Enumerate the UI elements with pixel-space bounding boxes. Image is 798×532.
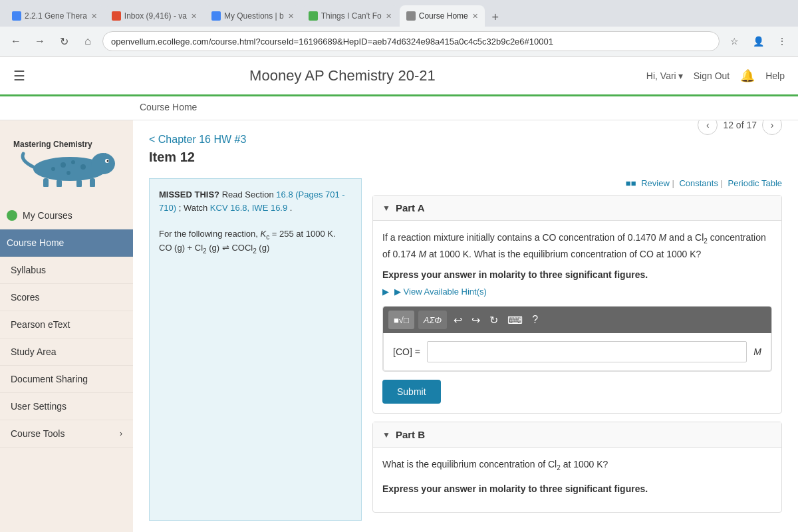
sidebar-label-pearson-etext: Pearson eText: [11, 319, 70, 330]
main-content-area: < Chapter 16 HW #3 Item 12 ‹ 12 of 17 › …: [133, 120, 798, 532]
address-bar[interactable]: [102, 31, 720, 51]
help-math-button[interactable]: ?: [529, 313, 541, 327]
constants-link[interactable]: Constants: [679, 178, 718, 188]
browser-tab-5[interactable]: Course Home ✕: [400, 5, 485, 27]
redo-button[interactable]: ↪: [469, 313, 483, 328]
missed-this-text: Read Section: [222, 190, 277, 200]
browser-toolbar: ← → ↻ ⌂ ☆ 👤 ⋮: [0, 27, 798, 56]
bookmark-icon[interactable]: ☆: [725, 32, 743, 51]
sign-out-link[interactable]: Sign Out: [694, 70, 730, 81]
svg-point-13: [66, 171, 70, 175]
tab-close-3[interactable]: ✕: [288, 12, 294, 21]
refresh-button[interactable]: ↻: [487, 313, 501, 328]
math-template-button[interactable]: ■√□: [388, 311, 414, 329]
split-content: MISSED THIS? Read Section 16.8 (Pages 70…: [133, 172, 798, 527]
sidebar-item-scores[interactable]: Scores: [0, 284, 133, 311]
help-link[interactable]: Help: [765, 70, 785, 81]
user-menu[interactable]: Hi, Vari ▾: [646, 70, 683, 81]
tab-label-3: My Questions | b: [224, 11, 284, 21]
sidebar-item-pearson-etext[interactable]: Pearson eText: [0, 311, 133, 338]
tab-label-5: Course Home: [419, 11, 468, 21]
missed-iwe-link[interactable]: IWE 16.9: [252, 203, 287, 213]
svg-point-3: [107, 160, 109, 162]
prev-item-button[interactable]: ‹: [698, 120, 718, 135]
browser-tab-4[interactable]: Things I Can't Fo ✕: [302, 5, 398, 27]
browser-tab-2[interactable]: Inbox (9,416) - va ✕: [105, 5, 203, 27]
periodic-table-link[interactable]: Periodic Table: [728, 178, 782, 188]
sidebar-label-course-tools: Course Tools: [11, 428, 65, 439]
user-greeting: Hi, Vari: [646, 70, 676, 81]
header-actions: Hi, Vari ▾ Sign Out 🔔 Help: [646, 68, 785, 83]
part-a-body: If a reaction mixture initially contains…: [373, 221, 781, 413]
part-a-expand-icon[interactable]: ▼: [382, 203, 390, 213]
review-link[interactable]: Review: [641, 178, 670, 188]
chapter-link[interactable]: < Chapter 16 HW #3: [149, 134, 246, 146]
answer-input[interactable]: [427, 341, 747, 362]
sidebar-label-course-home: Course Home: [7, 237, 64, 248]
next-item-button[interactable]: ›: [762, 120, 782, 135]
tab-close-5[interactable]: ✕: [472, 12, 478, 21]
problem-area: ■■ Review | Constants | Periodic Table ▼…: [372, 178, 782, 521]
part-b-express-text: Express your answer in molarity to three…: [382, 481, 772, 496]
part-b-expand-icon[interactable]: ▼: [382, 430, 390, 440]
reload-button[interactable]: ↻: [55, 32, 73, 51]
svg-point-9: [61, 162, 66, 168]
browser-menu-icon[interactable]: ⋮: [773, 32, 791, 51]
back-button[interactable]: ←: [7, 32, 25, 51]
co-label: [CO] =: [393, 346, 420, 357]
tab-close-2[interactable]: ✕: [191, 12, 197, 21]
tab-label-2: Inbox (9,416) - va: [124, 11, 187, 21]
sidebar-item-my-courses[interactable]: My Courses: [0, 202, 133, 229]
submit-button[interactable]: Submit: [382, 380, 441, 404]
keyboard-button[interactable]: ⌨: [505, 313, 525, 328]
sidebar-item-course-tools[interactable]: Course Tools ›: [0, 420, 133, 448]
tab-close-4[interactable]: ✕: [386, 12, 392, 21]
tab-close-1[interactable]: ✕: [91, 12, 97, 21]
missed-kcv-link[interactable]: KCV 16.8,: [210, 203, 249, 213]
hint-label: ▶ View Available Hint(s): [394, 287, 487, 297]
browser-tabs: 2.2.1 Gene Thera ✕ Inbox (9,416) - va ✕ …: [0, 0, 798, 27]
missed-this-box: MISSED THIS? Read Section 16.8 (Pages 70…: [149, 178, 362, 521]
math-toolbar: ■√□ ΑΣΦ ↩ ↪ ↻ ⌨ ?: [383, 307, 771, 333]
sidebar-item-document-sharing[interactable]: Document Sharing: [0, 366, 133, 393]
sidebar-item-user-settings[interactable]: User Settings: [0, 393, 133, 420]
browser-tab-1[interactable]: 2.2.1 Gene Thera ✕: [5, 5, 104, 27]
part-b-problem-text: What is the equilibrium concentration of…: [382, 457, 772, 473]
main-layout: Mastering Chemistry: [0, 120, 798, 532]
hamburger-menu-button[interactable]: ☰: [13, 68, 25, 84]
undo-button[interactable]: ↩: [451, 313, 465, 328]
home-button[interactable]: ⌂: [78, 32, 97, 51]
new-tab-button[interactable]: +: [486, 8, 505, 27]
hint-arrow-icon: ▶: [382, 287, 389, 297]
item-number: Item 12: [149, 150, 246, 165]
part-b-section: ▼ Part B What is the equilibrium concent…: [372, 422, 782, 513]
part-b-title: Part B: [396, 429, 425, 440]
svg-rect-6: [57, 180, 62, 187]
sidebar-label-study-area: Study Area: [11, 346, 57, 357]
part-a-section: ▼ Part A If a reaction mixture initially…: [372, 195, 782, 414]
svg-rect-8: [90, 178, 95, 187]
part-a-title: Part A: [396, 202, 425, 213]
sidebar-item-course-home[interactable]: Course Home: [0, 229, 133, 257]
reaction-equation: CO (g) + Cl2 (g) ⇌ COCl2 (g): [159, 243, 269, 253]
view-hints-link[interactable]: ▶ ▶ View Available Hint(s): [382, 287, 772, 297]
part-a-express-text: Express your answer in molarity to three…: [382, 269, 772, 280]
sep-2: |: [721, 178, 726, 188]
missed-this-title: MISSED THIS?: [159, 190, 219, 200]
review-bar: ■■ Review | Constants | Periodic Table: [372, 178, 782, 188]
notification-bell-icon[interactable]: 🔔: [740, 68, 755, 83]
math-symbol-button[interactable]: ΑΣΦ: [418, 311, 447, 329]
app-header: ☰ Mooney AP Chemistry 20-21 Hi, Vari ▾ S…: [0, 57, 798, 96]
svg-point-10: [71, 160, 75, 164]
missed-this-period: .: [290, 203, 293, 213]
part-a-header: ▼ Part A: [373, 196, 781, 221]
sidebar-item-syllabus[interactable]: Syllabus: [0, 257, 133, 284]
my-courses-dot-icon: [7, 210, 17, 221]
sidebar-item-study-area[interactable]: Study Area: [0, 338, 133, 366]
profile-icon[interactable]: 👤: [749, 32, 767, 51]
svg-rect-7: [76, 180, 82, 187]
tab-label-4: Things I Can't Fo: [321, 11, 382, 21]
forward-button[interactable]: →: [31, 32, 49, 51]
chapter-header: < Chapter 16 HW #3 Item 12 ‹ 12 of 17 ›: [133, 120, 798, 172]
browser-tab-3[interactable]: My Questions | b ✕: [205, 5, 301, 27]
